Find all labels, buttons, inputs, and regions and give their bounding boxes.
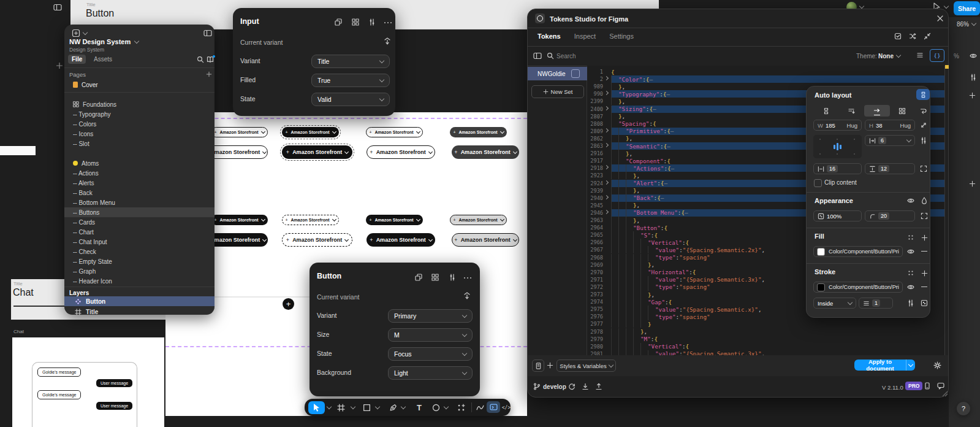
styles-icon[interactable] <box>907 234 914 241</box>
variant-prop-select-size[interactable]: M <box>388 328 473 342</box>
sidebar-item-actions[interactable]: -- Actions <box>64 168 215 178</box>
layer-row-button[interactable]: Button <box>64 296 215 306</box>
direction-vertical[interactable] <box>813 105 839 117</box>
add-stroke-icon[interactable] <box>921 270 928 277</box>
resize-icon[interactable] <box>920 121 927 129</box>
fold-arrow[interactable] <box>603 183 609 184</box>
sidebar-item-bottom-menu[interactable]: -- Bottom Menu <box>64 198 215 207</box>
wrap-icon[interactable] <box>920 107 927 115</box>
close-icon[interactable] <box>937 15 943 21</box>
apply-theme-icon[interactable] <box>894 33 902 40</box>
advanced-layout-icon[interactable] <box>920 137 927 144</box>
apply-options-chevron[interactable] <box>906 360 915 371</box>
fold-arrow[interactable] <box>603 198 609 199</box>
pen-tool[interactable] <box>389 399 397 416</box>
sidebar-item-slot[interactable]: -- Slot <box>64 139 215 148</box>
goldie-message-bubble[interactable]: Goldie's message <box>37 390 81 399</box>
text-tool[interactable]: T <box>415 399 424 416</box>
resize-handle[interactable] <box>941 390 948 397</box>
storefront-button-small-outline[interactable]: +Amazon Storefront <box>366 127 423 137</box>
variant-prop-select-variant[interactable]: Primary <box>388 309 473 323</box>
independent-corners-icon[interactable] <box>921 212 928 220</box>
goldie-message-bubble[interactable]: Goldie's message <box>37 367 81 377</box>
more-options-icon[interactable] <box>384 21 392 24</box>
styles-variables-button[interactable]: Styles & Variables <box>556 360 616 372</box>
draw-tool[interactable] <box>476 399 484 416</box>
gear-icon[interactable] <box>933 361 941 369</box>
layer-row-title[interactable]: Title <box>64 307 215 317</box>
collapse-window-icon[interactable] <box>924 33 931 40</box>
instance-swap-icon[interactable] <box>415 274 422 281</box>
search-icon[interactable] <box>547 52 554 60</box>
eye-icon[interactable] <box>907 197 914 204</box>
ellipse-tool-chevron-icon[interactable] <box>444 404 449 409</box>
shape-tool[interactable] <box>362 399 371 416</box>
doc-button[interactable] <box>532 360 544 372</box>
json-view-toggle[interactable]: {} <box>930 49 944 62</box>
publish-icon[interactable] <box>384 37 391 45</box>
cursor-chevron-icon[interactable] <box>944 4 949 9</box>
instance-swap-icon[interactable] <box>335 18 342 26</box>
add-token-icon[interactable] <box>547 362 553 369</box>
add-page-icon[interactable] <box>206 71 212 77</box>
device-preview-icon[interactable] <box>924 382 931 390</box>
fold-arrow[interactable] <box>603 167 609 169</box>
user-message-bubble[interactable]: User message <box>96 402 132 410</box>
height-field[interactable]: H 38 Hug <box>865 120 915 131</box>
panel-toggle-icon[interactable] <box>53 4 62 11</box>
branch-name[interactable]: develop <box>543 383 566 390</box>
storefront-button-medium-primary[interactable]: +Amazon Storefront <box>367 233 435 247</box>
sets-sidebar-toggle-icon[interactable] <box>533 52 542 60</box>
frame-tool-chevron-icon[interactable] <box>351 404 355 409</box>
sidebar-item-back[interactable]: -- Back <box>64 188 215 198</box>
frame-label[interactable]: Chat <box>13 329 24 334</box>
fold-arrow[interactable] <box>603 212 609 214</box>
storefront-button-medium-dark[interactable]: +Amazon Storefront <box>452 145 519 159</box>
storefront-button-small-light[interactable]: +Amazon Storefront <box>450 215 507 225</box>
fill-swatch[interactable] <box>817 248 825 256</box>
ellipse-tool[interactable] <box>431 399 440 416</box>
variant-prop-select-state[interactable]: Valid <box>311 93 390 106</box>
gap-field[interactable]: 6 <box>865 135 915 146</box>
remove-stroke-icon[interactable] <box>921 287 927 287</box>
tab-file[interactable]: File <box>68 55 86 64</box>
eye-icon[interactable] <box>970 52 977 60</box>
sync-icon[interactable] <box>568 383 575 390</box>
storefront-button-small-primary-focus[interactable]: +Amazon Storefront <box>282 127 339 137</box>
fab-plus-button[interactable]: + <box>283 298 294 310</box>
storefront-button-small-primary[interactable]: +Amazon Storefront <box>211 215 268 225</box>
stroke-per-side-icon[interactable] <box>921 299 928 307</box>
list-view-toggle-icon[interactable] <box>916 52 924 59</box>
sidebar-item-header-icon[interactable]: -- Header Icon <box>64 276 215 286</box>
fill-token-row[interactable]: Color/Component/Button/Prim... <box>813 246 903 257</box>
frame-tool[interactable] <box>336 399 345 416</box>
add-icon[interactable] <box>969 180 976 187</box>
vertical-padding-field[interactable]: 12 <box>865 163 915 174</box>
eye-icon[interactable] <box>907 283 914 291</box>
advanced-stroke-icon[interactable] <box>907 299 914 307</box>
sidebar-item-graph[interactable]: -- Graph <box>64 266 215 276</box>
move-tool-chevron-icon[interactable] <box>327 404 332 409</box>
zoom-level[interactable]: 86% <box>957 21 976 28</box>
dev-mode-toggle[interactable] <box>487 401 500 413</box>
more-options-icon[interactable] <box>463 277 472 279</box>
move-tool[interactable] <box>308 401 325 414</box>
storefront-button-medium-outline[interactable]: +Amazon Storefront <box>367 145 435 159</box>
sidebar-collapse-icon[interactable] <box>203 29 212 37</box>
apply-to-document-button[interactable]: Apply to document <box>854 360 915 371</box>
storefront-button-medium-outline-focus[interactable]: +Amazon Storefront <box>282 233 352 247</box>
pen-tool-chevron-icon[interactable] <box>401 404 406 409</box>
shape-tool-chevron-icon[interactable] <box>375 404 380 409</box>
avatar-chevron-icon[interactable] <box>859 4 864 9</box>
sidebar-item-icons[interactable]: -- Icons <box>64 129 215 139</box>
properties-sliders-icon[interactable] <box>368 18 376 26</box>
editor-scrollbar[interactable] <box>944 66 945 355</box>
search-input[interactable]: Search <box>556 53 576 60</box>
feedback-icon[interactable] <box>937 382 944 390</box>
sidebar-item-chat-input[interactable]: -- Chat Input <box>64 237 215 247</box>
kit-icon[interactable] <box>72 29 80 37</box>
sidebar-item-chart[interactable]: -- Chart <box>64 227 215 237</box>
variant-prop-select-filled[interactable]: True <box>311 74 390 87</box>
fold-arrow[interactable] <box>603 93 609 94</box>
plugin-tab-inspect[interactable]: Inspect <box>574 33 596 40</box>
